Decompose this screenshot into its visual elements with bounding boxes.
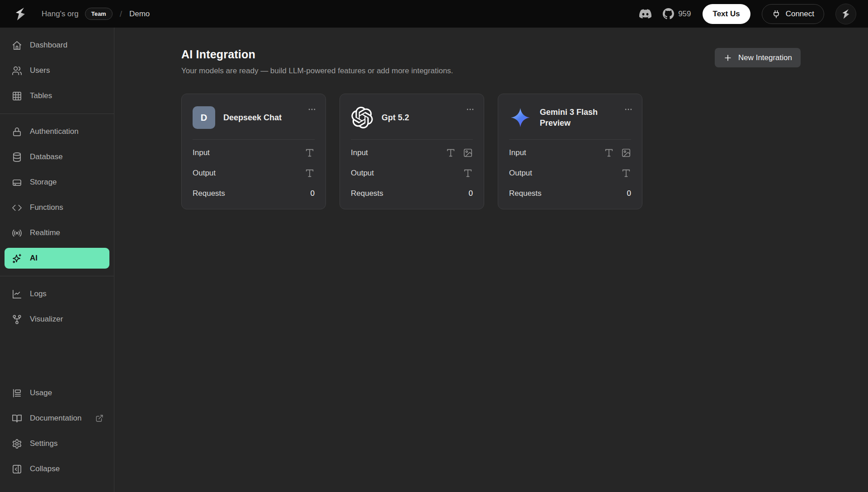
avatar-logo-icon	[840, 9, 851, 19]
sidebar-item-collapse[interactable]: Collapse	[5, 459, 109, 479]
sidebar-item-label: Database	[30, 152, 63, 161]
integration-name: Deepseek Chat	[223, 112, 282, 123]
sidebar-divider	[0, 276, 114, 276]
sidebar-item-settings[interactable]: Settings	[5, 433, 109, 454]
sidebar-item-label: Documentation	[30, 414, 81, 423]
sidebar-item-documentation[interactable]: Documentation	[5, 408, 109, 429]
new-integration-label: New Integration	[738, 53, 792, 62]
card-row-requests: Requests 0	[509, 183, 631, 203]
project-name[interactable]: Demo	[129, 9, 150, 19]
ellipsis-menu-button[interactable]	[466, 105, 475, 114]
sidebar-item-logs[interactable]: Logs	[5, 284, 109, 304]
org-name[interactable]: Hang's org	[42, 9, 79, 19]
card-row-input: Input	[509, 142, 631, 163]
row-label: Input	[193, 148, 210, 157]
card-row-output: Output	[351, 163, 473, 183]
sidebar-item-database[interactable]: Database	[5, 147, 109, 167]
radio-icon	[12, 228, 22, 238]
sidebar-item-label: Functions	[30, 203, 63, 212]
row-label: Requests	[509, 189, 542, 198]
avatar[interactable]	[835, 4, 856, 24]
sidebar-item-label: Users	[30, 66, 50, 75]
sparkles-icon	[12, 253, 22, 264]
sidebar-item-label: Collapse	[30, 464, 60, 473]
github-count: 959	[678, 9, 691, 19]
row-label: Output	[193, 169, 216, 178]
row-label: Requests	[193, 189, 225, 198]
sidebar-item-ai[interactable]: AI	[5, 248, 109, 269]
ellipsis-menu-button[interactable]	[307, 105, 316, 114]
github-stars[interactable]: 959	[663, 8, 691, 19]
main-content: AI Integration Your models are ready — b…	[114, 28, 868, 492]
topbar: Hang's org Team / Demo 959 Text Us Conne…	[0, 0, 868, 28]
github-icon	[663, 8, 674, 19]
image-icon	[621, 148, 631, 158]
row-label: Output	[351, 169, 374, 178]
external-link-icon	[95, 414, 104, 422]
home-icon	[12, 40, 22, 51]
ellipsis-icon	[307, 105, 316, 114]
divider	[193, 139, 315, 140]
row-label: Output	[509, 169, 532, 178]
integration-card-gemini: Gemini 3 Flash Preview Input Output	[498, 94, 642, 209]
discord-icon[interactable]	[639, 8, 651, 20]
ellipsis-menu-button[interactable]	[624, 105, 633, 114]
sidebar-item-dashboard[interactable]: Dashboard	[5, 35, 109, 56]
team-badge[interactable]: Team	[85, 8, 113, 20]
sidebar-item-usage[interactable]: Usage	[5, 383, 109, 403]
integration-card-deepseek: D Deepseek Chat Input Output	[181, 94, 326, 209]
row-label: Input	[509, 148, 526, 157]
usage-list-icon	[12, 388, 22, 398]
text-icon	[463, 168, 473, 178]
gemini-logo-icon	[509, 106, 532, 129]
lock-icon	[12, 127, 22, 137]
code-icon	[12, 203, 22, 213]
sidebar-item-label: Usage	[30, 388, 52, 397]
text-icon	[305, 148, 315, 158]
table-icon	[12, 91, 22, 101]
sidebar-item-label: Tables	[30, 91, 52, 100]
image-icon	[463, 148, 473, 158]
new-integration-button[interactable]: New Integration	[715, 48, 801, 67]
integration-name: Gemini 3 Flash Preview	[540, 107, 608, 129]
plus-icon	[723, 53, 732, 62]
sidebar-item-visualizer[interactable]: Visualizer	[5, 309, 109, 330]
app-logo[interactable]	[12, 5, 29, 23]
sidebar-item-label: Dashboard	[30, 41, 67, 50]
requests-count: 0	[627, 189, 631, 198]
sidebar-item-label: Logs	[30, 289, 47, 298]
line-chart-icon	[12, 289, 22, 299]
sidebar-item-realtime[interactable]: Realtime	[5, 222, 109, 243]
sidebar-item-functions[interactable]: Functions	[5, 197, 109, 218]
ellipsis-icon	[466, 105, 475, 114]
integration-card-gpt: Gpt 5.2 Input Output	[340, 94, 484, 209]
card-row-output: Output	[509, 163, 631, 183]
ellipsis-icon	[624, 105, 633, 114]
connect-button[interactable]: Connect	[762, 4, 824, 24]
card-row-input: Input	[351, 142, 473, 163]
topbar-actions: 959 Text Us Connect	[639, 4, 856, 24]
sidebar-item-label: Visualizer	[30, 315, 63, 324]
database-icon	[12, 152, 22, 162]
text-icon	[446, 148, 456, 158]
connect-label: Connect	[786, 9, 814, 19]
sidebar-item-users[interactable]: Users	[5, 60, 109, 81]
integration-cards: D Deepseek Chat Input Output	[181, 94, 801, 209]
gear-icon	[12, 439, 22, 449]
sidebar-item-authentication[interactable]: Authentication	[5, 121, 109, 142]
row-label: Requests	[351, 189, 383, 198]
requests-count: 0	[311, 189, 315, 198]
text-icon	[604, 148, 614, 158]
users-icon	[12, 66, 22, 76]
text-us-button[interactable]: Text Us	[703, 4, 750, 24]
text-icon	[621, 168, 631, 178]
sidebar-item-storage[interactable]: Storage	[5, 172, 109, 193]
sidebar-item-tables[interactable]: Tables	[5, 85, 109, 106]
sidebar-divider	[0, 114, 114, 114]
page-subtitle: Your models are ready — build LLM-powere…	[181, 66, 453, 76]
card-row-requests: Requests 0	[351, 183, 473, 203]
logo-icon	[13, 7, 28, 21]
row-label: Input	[351, 148, 368, 157]
divider	[351, 139, 473, 140]
text-icon	[305, 168, 315, 178]
